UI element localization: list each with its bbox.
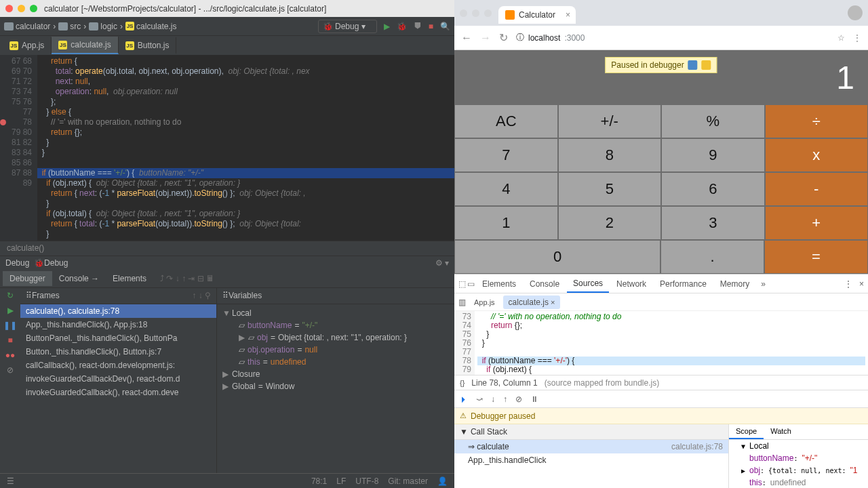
browser-tab[interactable]: Calculator × <box>498 6 576 24</box>
line-ending[interactable]: LF <box>336 476 346 486</box>
devtools-close-icon[interactable]: × <box>854 279 864 289</box>
resume-icon[interactable] <box>688 60 698 70</box>
step-out-button[interactable]: ↑ <box>503 394 507 404</box>
stop-button[interactable]: ■ <box>429 22 433 31</box>
run-button[interactable]: ▶ <box>384 22 390 31</box>
scope-tab-scope[interactable]: Scope <box>729 424 764 439</box>
calc-6-button[interactable]: 6 <box>661 172 765 206</box>
debug-settings-icon[interactable]: ⚙ ▾ <box>435 258 449 268</box>
scope-local[interactable]: ▼ Local <box>729 440 868 452</box>
close-icon[interactable] <box>460 9 467 17</box>
search-icon[interactable]: 🔍 <box>440 22 450 31</box>
gutter[interactable]: 67 68 69 70 71 72 73 74 75 76 77 7879 80… <box>0 55 37 241</box>
var-buttonName[interactable]: ▱ buttonName = "+/-" <box>220 319 452 331</box>
devtools-code[interactable]: // '=' with no operation, nothing to do … <box>475 311 868 375</box>
scope-var[interactable]: buttonName: "+/-" <box>729 452 868 464</box>
frame-row[interactable]: invokeGuardedCallback(), react-dom.deve <box>20 386 216 399</box>
menu-icon[interactable]: ⋮ <box>853 33 861 43</box>
scope-var[interactable]: ▶ obj: {total: null, next: "1 <box>729 464 868 476</box>
coverage-button[interactable]: ⛊ <box>414 22 422 31</box>
dt-tab-memory[interactable]: Memory <box>714 276 755 292</box>
pause-exceptions-button[interactable]: ⏸ <box>530 394 538 404</box>
calc-7-button[interactable]: 7 <box>454 138 558 172</box>
todo-button[interactable]: ☰ <box>7 476 14 486</box>
git-branch[interactable]: Git: master <box>388 476 428 486</box>
minimize-icon[interactable] <box>472 9 479 17</box>
deactivate-bp-button[interactable]: ⊘ <box>515 394 522 404</box>
frame-row[interactable]: Button._this.handleClick(), Button.js:7 <box>20 345 216 359</box>
var-scope-closure[interactable]: ▶Closure <box>220 368 452 380</box>
bookmark-icon[interactable]: ☆ <box>837 33 845 43</box>
device-icon[interactable]: ▭ <box>467 279 475 289</box>
more-tabs-icon[interactable]: » <box>757 279 770 289</box>
run-config-selector[interactable]: 🐞 Debug ▾ <box>318 20 377 33</box>
calc-multiply-button[interactable]: x <box>765 138 869 172</box>
tab-elements[interactable]: Elements <box>106 271 153 286</box>
frame-row[interactable]: ButtonPanel._this.handleClick(), ButtonP… <box>20 331 216 345</box>
window-controls[interactable] <box>460 9 492 17</box>
stop-button[interactable]: ■ <box>7 336 12 345</box>
back-button[interactable]: ← <box>461 32 472 44</box>
dt-tab-console[interactable]: Console <box>524 276 566 292</box>
calc-2-button[interactable]: 2 <box>558 206 662 240</box>
frame-row[interactable]: calculate(), calculate.js:78 <box>20 304 216 318</box>
step-icon[interactable] <box>702 60 711 70</box>
address-bar[interactable]: ⓘ localhost:3000 <box>516 32 829 43</box>
calc-1-button[interactable]: 1 <box>454 206 558 240</box>
tab-button[interactable]: JSButton.js <box>119 37 177 54</box>
devtools-source[interactable]: 73 74 75 76 77 78 79 // '=' with no oper… <box>454 311 868 375</box>
dt-tab-elements[interactable]: Elements <box>476 276 522 292</box>
close-tab-icon[interactable]: × <box>566 10 570 20</box>
var-this[interactable]: ▱ this = undefined <box>220 356 452 368</box>
calc-0-button[interactable]: 0 <box>454 240 660 274</box>
dt-tab-sources[interactable]: Sources <box>567 275 609 293</box>
calc-3-button[interactable]: 3 <box>661 206 765 240</box>
file-app[interactable]: App.js <box>469 296 500 308</box>
devtools-gutter[interactable]: 73 74 75 76 77 78 79 <box>454 311 475 375</box>
devtools-menu-icon[interactable]: ⋮ <box>844 279 852 289</box>
pause-button[interactable]: ❚❚ <box>3 321 17 330</box>
variables-tree[interactable]: ▼Local ▱ buttonName = "+/-" ▶▱ obj = Obj… <box>217 304 454 474</box>
step-controls[interactable]: ⤴ ↷ ↓ ↑ ⇥ ⊟ 🖩 <box>160 274 214 283</box>
forward-button[interactable]: → <box>480 32 491 44</box>
rerun-button[interactable]: ↻ <box>7 291 14 300</box>
dt-tab-network[interactable]: Network <box>610 276 652 292</box>
inspection-icon[interactable]: 👤 <box>437 476 448 486</box>
minimize-icon[interactable] <box>18 5 25 12</box>
resume-button[interactable]: ⏵ <box>460 394 468 404</box>
crumb-project[interactable]: calculator <box>4 22 50 31</box>
step-over-button[interactable]: ⤻ <box>476 394 483 404</box>
calc-subtract-button[interactable]: - <box>765 172 869 206</box>
view-breakpoints-button[interactable]: ●● <box>5 350 16 360</box>
tab-console[interactable]: Console → <box>52 271 106 286</box>
frame-row[interactable]: App._this.handleClick(), App.js:18 <box>20 318 216 331</box>
calc-ac-button[interactable]: AC <box>454 104 558 138</box>
step-into-button[interactable]: ↓ <box>491 394 495 404</box>
crumb-src[interactable]: src <box>58 22 81 31</box>
file-calculate[interactable]: calculate.js × <box>503 296 561 309</box>
calc-add-button[interactable]: + <box>765 206 869 240</box>
reload-button[interactable]: ↻ <box>499 31 508 44</box>
frames-list[interactable]: calculate(), calculate.js:78 App._this.h… <box>20 304 216 474</box>
frame-row[interactable]: invokeGuardedCallbackDev(), react-dom.d <box>20 372 216 386</box>
calc-4-button[interactable]: 4 <box>454 172 558 206</box>
calc-8-button[interactable]: 8 <box>558 138 662 172</box>
zoom-icon[interactable] <box>30 5 37 12</box>
crumb-logic[interactable]: logic <box>89 22 117 31</box>
zoom-icon[interactable] <box>484 9 492 17</box>
close-icon[interactable] <box>5 5 13 12</box>
scope-tab-watch[interactable]: Watch <box>764 424 798 439</box>
var-obj[interactable]: ▶▱ obj = Object {total: , next: "1", ope… <box>220 331 452 344</box>
tab-calculate[interactable]: JScalculate.js <box>52 37 118 54</box>
callstack-row[interactable]: ⇒ calculatecalculate.js:78 <box>454 440 728 453</box>
frame-row[interactable]: callCallback(), react-dom.development.js… <box>20 359 216 372</box>
encoding[interactable]: UTF-8 <box>355 476 378 486</box>
code-body[interactable]: return { total: operate(obj.total, obj.n… <box>37 55 454 241</box>
debug-button[interactable]: 🐞 <box>397 22 407 31</box>
inspect-icon[interactable]: ⬚ <box>458 279 466 289</box>
site-info-icon[interactable]: ⓘ <box>516 32 524 43</box>
navigator-toggle-icon[interactable]: ▥ <box>458 298 466 307</box>
callstack-header[interactable]: ▼ Call Stack <box>454 424 728 440</box>
window-controls[interactable] <box>5 5 37 12</box>
mute-breakpoints-button[interactable]: ⊘ <box>7 365 14 375</box>
